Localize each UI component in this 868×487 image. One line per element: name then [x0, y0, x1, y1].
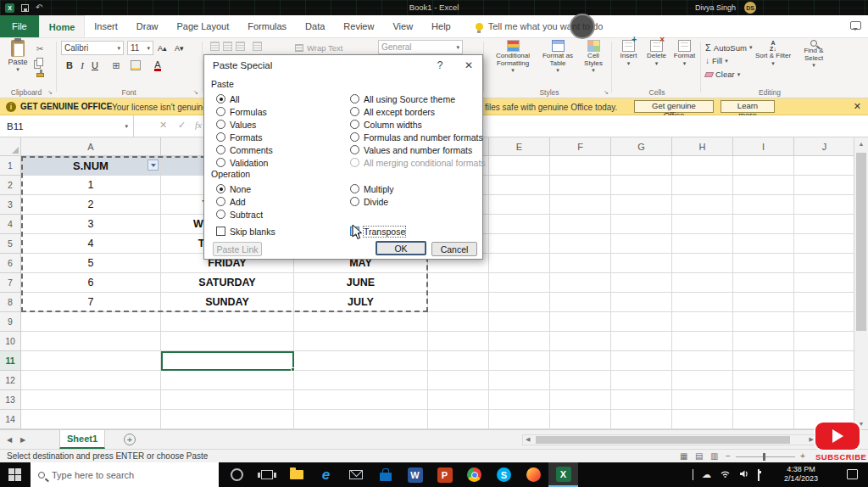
cell-D11[interactable] — [428, 351, 489, 371]
cell-G11[interactable] — [611, 351, 672, 371]
cell-F6[interactable] — [550, 254, 611, 273]
row-header-5[interactable]: 5 — [0, 234, 21, 254]
operation-option-subtract[interactable]: Subtract — [216, 208, 263, 221]
cell-B12[interactable] — [161, 371, 294, 390]
operation-option-multiply[interactable]: Multiply — [350, 182, 394, 195]
column-header-g[interactable]: G — [611, 137, 672, 156]
sheet-tab-sheet1[interactable]: Sheet1 — [59, 430, 105, 449]
next-sheet-icon[interactable]: ▶ — [20, 436, 25, 444]
cell-I10[interactable] — [733, 332, 794, 351]
tab-file[interactable]: File — [0, 15, 39, 37]
shrink-font-icon[interactable]: A▾ — [175, 42, 184, 55]
cell-styles-button[interactable]: Cell Styles ▾ — [578, 40, 609, 73]
clipboard-dialog-launcher[interactable]: ↘ — [47, 89, 53, 96]
cell-B7[interactable]: SATURDAY — [161, 273, 294, 293]
cell-I7[interactable] — [733, 273, 794, 293]
tab-help[interactable]: Help — [422, 15, 460, 37]
cell-F4[interactable] — [550, 215, 611, 234]
cell-G2[interactable] — [611, 176, 672, 195]
cell-A7[interactable]: 6 — [21, 273, 161, 293]
volume-icon[interactable] — [739, 469, 749, 480]
cell-I5[interactable] — [733, 234, 794, 254]
column-header-h[interactable]: H — [672, 137, 733, 156]
cell-H12[interactable] — [672, 371, 733, 390]
normal-view-icon[interactable]: ▦ — [680, 451, 687, 461]
autofilter-icon[interactable] — [147, 160, 159, 171]
wrap-text-button[interactable]: Wrap Text — [295, 43, 342, 53]
cell-H6[interactable] — [672, 254, 733, 273]
cell-H2[interactable] — [672, 176, 733, 195]
font-dialog-launcher[interactable]: ↘ — [193, 89, 198, 96]
autosum-button[interactable]: Σ AutoSum▾ — [705, 42, 752, 53]
cell-E6[interactable] — [489, 254, 550, 273]
cell-E11[interactable] — [489, 351, 550, 371]
cell-C12[interactable] — [294, 371, 428, 390]
column-header-e[interactable]: E — [489, 137, 550, 156]
format-as-table-button[interactable]: Format as Table ▾ — [537, 40, 578, 73]
cell-J8[interactable] — [794, 293, 854, 312]
dialog-help-button[interactable]: ? — [433, 59, 447, 71]
skype-icon[interactable]: S — [489, 462, 519, 487]
cell-F2[interactable] — [550, 176, 611, 195]
cell-J3[interactable] — [794, 195, 854, 215]
row-header-13[interactable]: 13 — [0, 390, 21, 410]
row-header-9[interactable]: 9 — [0, 312, 21, 332]
horizontal-scrollbar[interactable]: ◀ ▶ — [522, 434, 817, 445]
cell-A9[interactable] — [21, 312, 161, 332]
cell-A5[interactable]: 4 — [21, 234, 161, 254]
cell-H3[interactable] — [672, 195, 733, 215]
cloud-icon[interactable]: ☁ — [702, 469, 711, 480]
cell-A1[interactable]: S.NUM — [21, 156, 161, 176]
license-close-icon[interactable]: ✕ — [854, 101, 861, 112]
cell-F11[interactable] — [550, 351, 611, 371]
cell-J6[interactable] — [794, 254, 854, 273]
cell-H14[interactable] — [672, 410, 733, 429]
row-header-11[interactable]: 11 — [0, 351, 21, 371]
ok-button[interactable]: OK — [376, 241, 426, 255]
sort-filter-button[interactable]: AZ↓ Sort & Filter ▾ — [754, 40, 792, 66]
styles-dialog-launcher[interactable]: ↘ — [604, 89, 609, 96]
cell-H13[interactable] — [672, 390, 733, 410]
paste-option-validation[interactable]: Validation — [216, 156, 273, 169]
cell-E13[interactable] — [489, 390, 550, 410]
cell-D13[interactable] — [428, 390, 489, 410]
paste-option-all-except-borders[interactable]: All except borders — [350, 105, 486, 118]
cell-F14[interactable] — [550, 410, 611, 429]
cell-G10[interactable] — [611, 332, 672, 351]
firefox-icon[interactable] — [519, 462, 548, 487]
cell-H1[interactable] — [672, 156, 733, 176]
task-view-icon[interactable] — [252, 462, 281, 487]
cell-F1[interactable] — [550, 156, 611, 176]
cell-J4[interactable] — [794, 215, 854, 234]
underline-button[interactable]: U — [90, 59, 100, 72]
paste-option-values-and-number-formats[interactable]: Values and number formats — [350, 143, 486, 156]
cell-E4[interactable] — [489, 215, 550, 234]
cell-I13[interactable] — [733, 390, 794, 410]
cell-H11[interactable] — [672, 351, 733, 371]
cell-G6[interactable] — [611, 254, 672, 273]
excel-icon[interactable]: X — [548, 462, 578, 487]
cell-A12[interactable] — [21, 371, 161, 390]
font-color-icon[interactable]: A — [153, 59, 163, 72]
cell-J11[interactable] — [794, 351, 854, 371]
cell-F13[interactable] — [550, 390, 611, 410]
cell-I11[interactable] — [733, 351, 794, 371]
paste-option-column-widths[interactable]: Column widths — [350, 118, 486, 131]
tab-home[interactable]: Home — [39, 15, 86, 37]
cell-A10[interactable] — [21, 332, 161, 351]
font-size-combo[interactable]: 11▾ — [127, 41, 153, 55]
row-header-1[interactable]: 1 — [0, 156, 21, 176]
cell-H4[interactable] — [672, 215, 733, 234]
cell-G9[interactable] — [611, 312, 672, 332]
taskbar-search[interactable]: Type here to search — [31, 462, 219, 487]
row-header-6[interactable]: 6 — [0, 254, 21, 273]
cell-J1[interactable] — [794, 156, 854, 176]
cell-G4[interactable] — [611, 215, 672, 234]
cell-C13[interactable] — [294, 390, 428, 410]
cell-G7[interactable] — [611, 273, 672, 293]
grow-font-icon[interactable]: A▴ — [158, 42, 167, 55]
cell-A14[interactable] — [21, 410, 161, 429]
youtube-play-button[interactable] — [815, 423, 860, 450]
cell-F7[interactable] — [550, 273, 611, 293]
cell-I1[interactable] — [733, 156, 794, 176]
